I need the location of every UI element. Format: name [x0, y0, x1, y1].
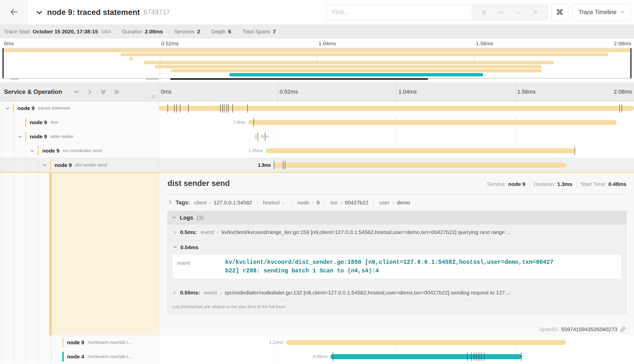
chevron-right-icon [167, 200, 173, 206]
expand-all-icon[interactable] [113, 89, 120, 95]
collapse-chevron-icon[interactable] [30, 148, 37, 153]
log-entry-2-header[interactable]: 0.54ms [173, 244, 622, 250]
span-duration-bar[interactable] [255, 134, 257, 139]
span-bar-cell[interactable]: 1.22ms [159, 335, 634, 350]
minimap-span-bar [144, 61, 553, 64]
span-tree-cell[interactable]: node 4/cockroach.roachpb.I… [0, 350, 159, 364]
trace-view-dropdown[interactable]: Trace Timeline [572, 4, 631, 21]
log-marker-tick [228, 104, 229, 113]
tags-label: Tags: [176, 199, 190, 206]
tree-depth-guide [14, 173, 14, 335]
log-marker-tick [619, 104, 620, 113]
chevron-right-icon [172, 230, 177, 234]
log-entry-1[interactable]: 0.5ms: event = kv/kvclient/kvcoord/range… [168, 224, 626, 240]
trace-services: Services2 [174, 29, 200, 35]
trace-id: 6749717 [143, 8, 170, 16]
span-name-wrap: node 9dist sender send [0, 158, 159, 172]
log-marker-tick [474, 352, 474, 361]
span-row-cockroach-roachpb-i[interactable]: node 9/cockroach.roachpb.I…1.22ms [0, 335, 634, 350]
expand-one-icon[interactable] [87, 89, 93, 95]
span-tree-cell[interactable]: node 9/cockroach.roachpb.I… [0, 335, 159, 350]
clear-search-icon[interactable] [533, 9, 539, 15]
timeline-gridline [278, 130, 278, 144]
log-timestamp: 0.54ms [180, 244, 198, 250]
log-marker-tick [467, 352, 468, 361]
chevron-down-icon [173, 244, 177, 250]
span-duration-bar[interactable] [159, 106, 634, 111]
log-entry-2-expanded: 0.54ms event kv/kvclient/kvcoord/dist_se… [168, 240, 626, 285]
log-entry-3[interactable]: 0.55ms: event = rpc/nodedialer/nodediale… [168, 285, 626, 301]
span-row-txn-coordinator-send[interactable]: node 9txn coordinator send1.35ms [0, 144, 634, 158]
deep-link-icon[interactable] [620, 326, 626, 332]
detail-span-meta: Service:node 9 Duration:1.3ms Start Time… [487, 181, 626, 187]
span-tree-cell[interactable]: node 9txn coordinator send [0, 144, 159, 158]
span-duration-bar[interactable] [266, 148, 575, 153]
span-tree-cell[interactable]: node 9traced statement [0, 101, 159, 115]
span-service-name: node 9 [55, 162, 72, 168]
minimap-scrubber[interactable] [170, 78, 428, 80]
log-marker-tick [575, 146, 575, 155]
tree-depth-guide [2, 173, 2, 335]
span-color-bar [62, 338, 64, 347]
span-bar-cell[interactable] [159, 101, 634, 115]
collapse-chevron-icon[interactable] [42, 163, 50, 167]
next-match-icon[interactable] [515, 9, 522, 16]
logs-section: Logs (3) 0.5ms: event = kv/kvclient/kvco… [167, 211, 626, 314]
logs-accordion-header[interactable]: Logs (3) [168, 211, 626, 224]
span-duration-bar[interactable] [274, 163, 566, 168]
minimap-canvas[interactable] [2, 48, 632, 78]
span-row-flow[interactable]: node 9flow1.6ms [0, 115, 634, 130]
span-operation-name: txn coordinator send [63, 148, 102, 153]
span-row-traced-statement[interactable]: node 9traced statement [0, 101, 634, 115]
log-marker-tick [180, 104, 180, 113]
top-controls: ⌘ Trace Timeline [326, 0, 634, 25]
back-button[interactable] [0, 0, 28, 25]
span-service-name: node 9 [30, 134, 47, 140]
span-bar-cell[interactable]: 1.35ms [159, 144, 634, 158]
timeline-gridline [515, 130, 516, 144]
span-tree-cell[interactable]: node 9dist sender send [0, 158, 159, 172]
log-marker-tick [224, 104, 224, 113]
span-bar-cell[interactable]: 0.85ms [159, 350, 634, 364]
service-operation-header: Service & Operation [0, 82, 159, 101]
span-bar-cell[interactable]: 1.3ms [159, 158, 634, 172]
collapse-one-icon[interactable] [73, 89, 80, 95]
collapse-chevron-icon[interactable] [5, 106, 13, 111]
span-bar-cell[interactable]: 0ms [159, 130, 634, 144]
timeline-gridline [396, 130, 397, 144]
tags-accordion[interactable]: Tags: client=127.0.0.1:54582 hostssl= no… [167, 199, 626, 206]
log-marker-tick [167, 104, 168, 113]
span-id-row: SpanID: 5597415943526560273 [539, 326, 626, 332]
minimap-drag-handle[interactable] [3, 48, 4, 78]
span-duration-bar[interactable] [248, 120, 616, 125]
focus-match-icon[interactable] [481, 9, 487, 16]
trace-title-bar[interactable]: node 9: traced statement 6749717 [28, 0, 326, 25]
log-marker-tick [258, 132, 258, 141]
span-id-label: SpanID: [539, 326, 559, 332]
span-tree-cell[interactable]: node 9table reader [0, 130, 159, 144]
log-marker-tick [479, 352, 479, 361]
top-bar: node 9: traced statement 6749717 [0, 0, 634, 25]
keyboard-shortcuts-button[interactable]: ⌘ [551, 4, 568, 21]
minimap-drag-handle[interactable] [630, 48, 631, 78]
find-input[interactable] [327, 5, 472, 20]
prev-match-icon[interactable] [498, 9, 504, 16]
collapse-title-chevron-icon[interactable] [35, 9, 43, 16]
span-tree-cell[interactable]: node 9flow [0, 115, 159, 130]
span-name-wrap: node 9/cockroach.roachpb.I… [0, 335, 159, 350]
span-detail-row: dist sender send Service:node 9 Duration… [0, 172, 634, 335]
minimap-scrubber-tab[interactable] [146, 78, 159, 80]
log-marker-tick [521, 352, 521, 361]
tag-user: user=demo [379, 200, 410, 206]
span-bar-cell[interactable]: 1.6ms [159, 115, 634, 130]
collapse-all-icon[interactable] [100, 89, 107, 95]
column-resize-grip[interactable] [152, 94, 155, 99]
span-duration-bar[interactable] [330, 354, 522, 359]
collapse-chevron-icon[interactable] [17, 134, 25, 139]
span-row-table-reader[interactable]: node 9table reader0ms [0, 130, 634, 144]
span-row-dist-sender-send[interactable]: node 9dist sender send1.3ms [0, 158, 634, 172]
span-duration-bar[interactable] [286, 340, 566, 345]
span-row-cockroach-roachpb-i[interactable]: node 4/cockroach.roachpb.I…0.85ms [0, 350, 634, 364]
detail-divider [167, 194, 626, 194]
minimap-scrubber-tab[interactable] [10, 78, 18, 80]
